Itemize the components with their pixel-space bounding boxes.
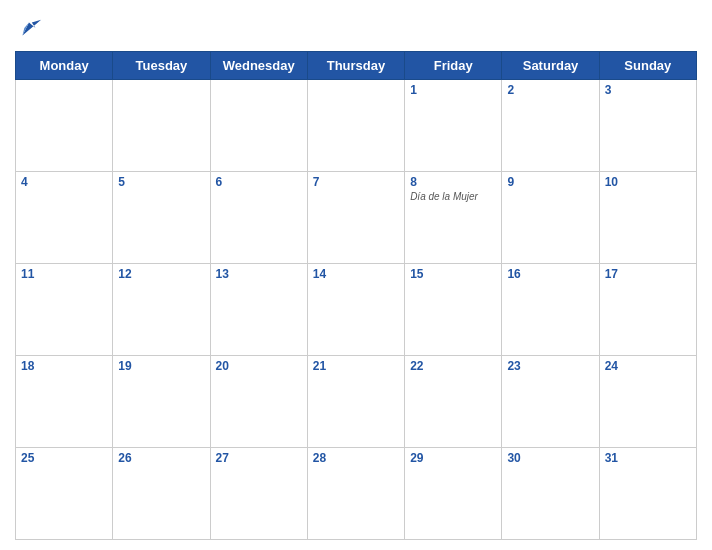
calendar-cell: 1 [405,80,502,172]
day-number: 4 [21,175,107,189]
calendar-cell: 2 [502,80,599,172]
day-number: 28 [313,451,399,465]
day-number: 12 [118,267,204,281]
day-number: 22 [410,359,496,373]
day-number: 27 [216,451,302,465]
calendar-cell: 11 [16,264,113,356]
calendar-week-3: 11121314151617 [16,264,697,356]
calendar-week-5: 25262728293031 [16,448,697,540]
day-number: 6 [216,175,302,189]
calendar-cell [16,80,113,172]
calendar-week-2: 45678Día de la Mujer910 [16,172,697,264]
calendar-cell: 14 [307,264,404,356]
weekday-friday: Friday [405,52,502,80]
day-number: 23 [507,359,593,373]
calendar-cell: 8Día de la Mujer [405,172,502,264]
calendar-cell [113,80,210,172]
day-number: 25 [21,451,107,465]
calendar-cell: 22 [405,356,502,448]
calendar-cell: 9 [502,172,599,264]
calendar-cell: 23 [502,356,599,448]
weekday-monday: Monday [16,52,113,80]
calendar-cell: 16 [502,264,599,356]
event-label: Día de la Mujer [410,191,496,202]
calendar-cell: 5 [113,172,210,264]
weekday-sunday: Sunday [599,52,696,80]
day-number: 24 [605,359,691,373]
day-number: 30 [507,451,593,465]
calendar-table: MondayTuesdayWednesdayThursdayFridaySatu… [15,51,697,540]
calendar-cell: 25 [16,448,113,540]
calendar-cell: 13 [210,264,307,356]
calendar-cell: 21 [307,356,404,448]
day-number: 1 [410,83,496,97]
calendar-cell: 7 [307,172,404,264]
day-number: 7 [313,175,399,189]
calendar-cell: 4 [16,172,113,264]
calendar-cell: 10 [599,172,696,264]
calendar-cell: 26 [113,448,210,540]
calendar-cell: 19 [113,356,210,448]
day-number: 11 [21,267,107,281]
calendar-cell: 17 [599,264,696,356]
calendar-cell: 6 [210,172,307,264]
logo-icon [15,15,43,43]
calendar-cell: 24 [599,356,696,448]
calendar-cell [307,80,404,172]
day-number: 17 [605,267,691,281]
weekday-header-row: MondayTuesdayWednesdayThursdayFridaySatu… [16,52,697,80]
day-number: 9 [507,175,593,189]
day-number: 8 [410,175,496,189]
calendar-cell: 28 [307,448,404,540]
day-number: 3 [605,83,691,97]
calendar-cell: 30 [502,448,599,540]
day-number: 14 [313,267,399,281]
day-number: 19 [118,359,204,373]
calendar-cell: 12 [113,264,210,356]
weekday-tuesday: Tuesday [113,52,210,80]
calendar-week-1: 123 [16,80,697,172]
day-number: 31 [605,451,691,465]
day-number: 21 [313,359,399,373]
day-number: 2 [507,83,593,97]
day-number: 20 [216,359,302,373]
calendar-header [15,10,697,51]
day-number: 10 [605,175,691,189]
weekday-thursday: Thursday [307,52,404,80]
day-number: 5 [118,175,204,189]
calendar-cell: 3 [599,80,696,172]
calendar-cell: 20 [210,356,307,448]
calendar-cell: 18 [16,356,113,448]
calendar-cell: 27 [210,448,307,540]
calendar-cell: 31 [599,448,696,540]
day-number: 18 [21,359,107,373]
calendar-cell [210,80,307,172]
weekday-saturday: Saturday [502,52,599,80]
calendar-week-4: 18192021222324 [16,356,697,448]
day-number: 29 [410,451,496,465]
day-number: 13 [216,267,302,281]
calendar-cell: 29 [405,448,502,540]
calendar-cell: 15 [405,264,502,356]
day-number: 26 [118,451,204,465]
day-number: 16 [507,267,593,281]
logo [15,15,47,43]
day-number: 15 [410,267,496,281]
weekday-wednesday: Wednesday [210,52,307,80]
